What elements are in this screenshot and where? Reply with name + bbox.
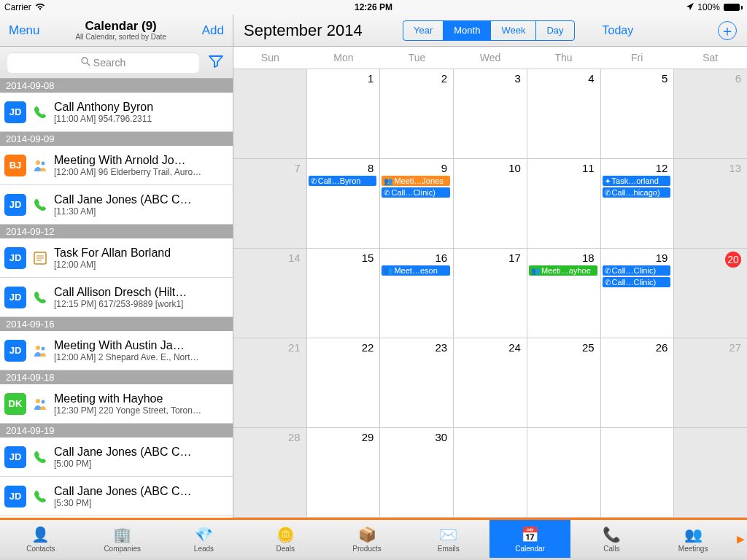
day-cell[interactable]: 10: [454, 159, 527, 249]
search-input[interactable]: Search: [7, 52, 199, 73]
day-cell[interactable]: 24: [454, 338, 527, 428]
day-cell[interactable]: 22: [307, 338, 381, 428]
day-cell[interactable]: 16👥Meet…eson: [380, 249, 454, 338]
more-tabs-arrow[interactable]: ▶: [734, 520, 747, 558]
day-cell[interactable]: 14: [233, 249, 307, 338]
day-cell[interactable]: 19✆Call…Clinic)✆Call…Clinic): [601, 249, 675, 338]
day-cell[interactable]: 7: [233, 159, 307, 249]
event-chip[interactable]: ✆Call…Clinic): [603, 265, 671, 276]
list-item[interactable]: JDCall Anthony Byron[11:00 AM] 954.796.2…: [0, 93, 233, 132]
view-year[interactable]: Year: [403, 21, 444, 40]
day-cell[interactable]: 13: [674, 159, 747, 249]
tab-deals[interactable]: 🪙Deals: [244, 520, 326, 558]
list-item[interactable]: JDCall Jane Jones (ABC C…[5:00 PM]: [0, 438, 233, 477]
day-cell[interactable]: 26: [601, 338, 675, 428]
tab-calls[interactable]: 📞Calls: [570, 520, 652, 558]
day-cell[interactable]: 5: [601, 69, 675, 159]
dow-label: Sun: [233, 47, 307, 69]
day-cell[interactable]: 25: [527, 338, 601, 428]
day-cell[interactable]: [454, 428, 527, 518]
event-chip[interactable]: 👥Meeti…ayhoe: [529, 265, 597, 276]
svg-point-8: [36, 346, 40, 350]
tab-companies[interactable]: 🏢Companies: [82, 520, 163, 558]
event-chip[interactable]: 👥Meeti…Jones: [382, 176, 450, 186]
event-list[interactable]: 2014-09-08JDCall Anthony Byron[11:00 AM]…: [0, 79, 233, 518]
day-cell[interactable]: 20: [674, 249, 747, 338]
day-cell[interactable]: 8✆Call…Byron: [307, 159, 381, 249]
list-item[interactable]: JDMeeting With Austin Ja…[12:00 AM] 2 Sh…: [0, 331, 233, 370]
today-button[interactable]: Today: [603, 24, 634, 37]
day-cell[interactable]: 4: [527, 69, 601, 159]
svg-point-9: [42, 346, 45, 350]
day-cell[interactable]: 30: [380, 428, 454, 518]
tab-leads[interactable]: 💎Leads: [163, 520, 245, 558]
day-cell[interactable]: 9👥Meeti…Jones✆Call…Clinic): [380, 159, 454, 249]
event-chip[interactable]: ✆Call…Byron: [309, 176, 377, 186]
day-cell[interactable]: 27: [674, 338, 747, 428]
tab-calendar[interactable]: 📅Calendar: [489, 520, 571, 558]
day-cell[interactable]: 15: [307, 249, 381, 338]
day-cell[interactable]: 6: [674, 69, 747, 159]
event-chip[interactable]: 👥Meet…eson: [382, 265, 450, 276]
day-cell[interactable]: 21: [233, 338, 307, 428]
tab-products[interactable]: 📦Products: [326, 520, 408, 558]
list-item[interactable]: JDCall Jane Jones (ABC C…[5:30 PM]: [0, 477, 233, 516]
day-cell[interactable]: 11: [527, 159, 601, 249]
svg-point-0: [82, 58, 88, 63]
day-cell[interactable]: 17: [454, 249, 527, 338]
list-item[interactable]: JDCall Allison Dresch (Hilt…[12:15 PM] 6…: [0, 278, 233, 317]
task-icon: [31, 249, 50, 268]
item-subtitle: [12:15 PM] 617/253-9889 [work1]: [54, 299, 227, 309]
tab-emails[interactable]: ✉️Emails: [408, 520, 489, 558]
day-cell[interactable]: 2: [380, 69, 454, 159]
day-cell[interactable]: 28: [233, 428, 307, 518]
day-cell[interactable]: [527, 428, 601, 518]
add-event-button[interactable]: ＋: [718, 21, 737, 40]
list-item[interactable]: DKMeeting with Hayhoe[12:30 PM] 220 Yong…: [0, 384, 233, 424]
list-item[interactable]: BJMeeting With Arnold Jo…[12:00 AM] 96 E…: [0, 146, 233, 185]
day-cell[interactable]: 29: [307, 428, 381, 518]
tab-label: Products: [352, 545, 381, 553]
sidebar-subtitle: All Calendar, sorted by Date: [75, 33, 166, 41]
event-chip[interactable]: ✆Call…Clinic): [603, 277, 671, 287]
initials-badge: BJ: [4, 155, 26, 176]
list-item[interactable]: JDTask For Allan Borland[12:00 AM]: [0, 238, 233, 278]
day-cell[interactable]: 23: [380, 338, 454, 428]
tab-meetings[interactable]: 👥Meetings: [652, 520, 734, 558]
day-cell[interactable]: 12✦Task…orland✆Call…hicago): [601, 159, 675, 249]
day-number: 13: [676, 162, 744, 174]
day-number: 12: [603, 162, 671, 174]
event-chip[interactable]: ✆Call…hicago): [603, 187, 671, 198]
day-cell[interactable]: 1: [307, 69, 381, 159]
day-cell[interactable]: [233, 69, 307, 159]
view-day[interactable]: Day: [536, 21, 573, 40]
day-cell[interactable]: [674, 428, 747, 518]
add-button[interactable]: Add: [202, 23, 224, 38]
today-indicator: 20: [725, 252, 741, 268]
leads-icon: 💎: [193, 526, 214, 543]
wifi-icon: [35, 2, 45, 12]
view-month[interactable]: Month: [444, 21, 491, 40]
day-cell[interactable]: 3: [454, 69, 527, 159]
filter-icon[interactable]: [206, 52, 225, 74]
view-segmented-control[interactable]: YearMonthWeekDay: [403, 20, 575, 41]
day-number: 30: [382, 431, 450, 443]
battery-pct: 100%: [697, 2, 720, 12]
list-item[interactable]: JDCall Jane Jones (ABC C…[11:30 AM]: [0, 185, 233, 225]
event-chip[interactable]: ✆Call…Clinic): [382, 187, 450, 198]
item-subtitle: [5:00 PM]: [54, 459, 227, 469]
call-icon: [31, 448, 50, 467]
day-number: 4: [529, 72, 597, 85]
svg-line-1: [87, 63, 90, 66]
day-number: 18: [529, 252, 597, 264]
group-header: 2014-09-09: [0, 132, 233, 146]
menu-button[interactable]: Menu: [9, 23, 40, 38]
meeting-icon: [31, 341, 50, 360]
day-cell[interactable]: 18👥Meeti…ayhoe: [527, 249, 601, 338]
month-grid[interactable]: 12345678✆Call…Byron9👥Meeti…Jones✆Call…Cl…: [233, 69, 747, 518]
day-cell[interactable]: [601, 428, 675, 518]
sidebar-header: Menu Calendar (9) All Calendar, sorted b…: [0, 15, 233, 47]
view-week[interactable]: Week: [491, 21, 536, 40]
event-chip[interactable]: ✦Task…orland: [603, 176, 671, 186]
tab-contacts[interactable]: 👤Contacts: [0, 520, 82, 558]
